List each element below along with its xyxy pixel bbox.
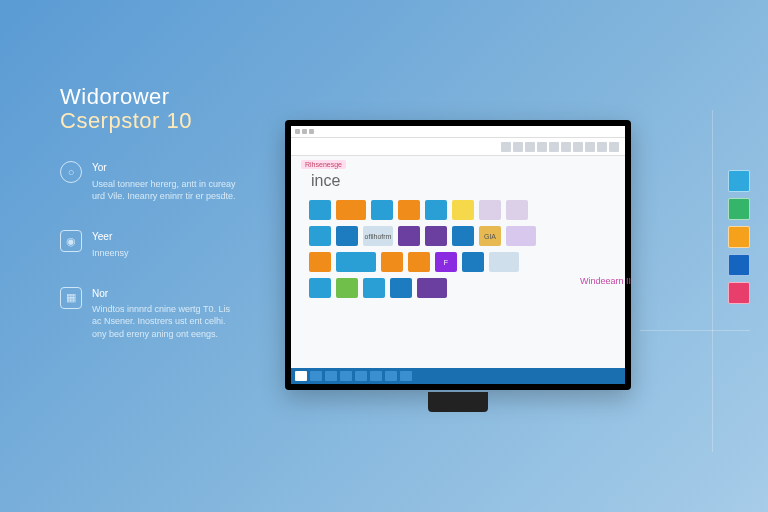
grid-caption: Windeearn II xyxy=(580,276,631,286)
feature-text: Useal tonneer hererg, antt in cureay urd… xyxy=(92,178,240,202)
feature-title: Yeer xyxy=(92,230,129,244)
guide-line xyxy=(712,110,713,452)
app-tile[interactable] xyxy=(452,200,474,220)
address-chip[interactable]: Rihsenesge xyxy=(301,160,346,169)
taskbar-item[interactable] xyxy=(325,371,337,381)
ribbon-button[interactable] xyxy=(597,142,607,152)
tile-row xyxy=(309,278,607,298)
guide-line xyxy=(640,330,750,331)
brand-line2: Cserpstor 10 xyxy=(60,109,240,133)
ribbon-button[interactable] xyxy=(585,142,595,152)
app-tile[interactable]: GIA xyxy=(479,226,501,246)
app-tile[interactable] xyxy=(408,252,430,272)
taskbar-item[interactable] xyxy=(370,371,382,381)
camera-icon: ◉ xyxy=(60,230,82,252)
app-tile[interactable] xyxy=(489,252,519,272)
taskbar-item[interactable] xyxy=(385,371,397,381)
toolbar-ribbon xyxy=(291,138,625,156)
app-tile[interactable] xyxy=(336,226,358,246)
palette-swatch[interactable] xyxy=(728,226,750,248)
palette-swatch[interactable] xyxy=(728,170,750,192)
feature-text: Windtos innnrd cnine wertg T0. Lis ac Ns… xyxy=(92,303,240,339)
window-titlebar[interactable] xyxy=(291,126,625,138)
app-tile[interactable] xyxy=(398,226,420,246)
feature-title: Nor xyxy=(92,287,240,301)
app-tile[interactable] xyxy=(398,200,420,220)
app-tile[interactable]: ofilhofrm xyxy=(363,226,393,246)
titlebar-control-icon[interactable] xyxy=(295,129,300,134)
app-tile[interactable] xyxy=(371,200,393,220)
taskbar-item[interactable] xyxy=(310,371,322,381)
titlebar-control-icon[interactable] xyxy=(302,129,307,134)
palette-swatch[interactable] xyxy=(728,254,750,276)
feature-item: ▦ Nor Windtos innnrd cnine wertg T0. Lis… xyxy=(60,287,240,340)
desktop-screen: Rihsenesge ince ofilhofrmGIAF Windeearn … xyxy=(291,126,625,384)
app-tile[interactable] xyxy=(390,278,412,298)
ribbon-button[interactable] xyxy=(513,142,523,152)
app-tile[interactable] xyxy=(452,226,474,246)
app-tile[interactable] xyxy=(506,226,536,246)
page-title: ince xyxy=(311,172,607,190)
ribbon-button[interactable] xyxy=(573,142,583,152)
app-tile[interactable] xyxy=(417,278,447,298)
app-tile[interactable] xyxy=(309,226,331,246)
ribbon-button[interactable] xyxy=(549,142,559,152)
monitor-frame: Rihsenesge ince ofilhofrmGIAF Windeearn … xyxy=(285,120,631,390)
feature-item: ◉ Yeer Inneensy xyxy=(60,230,240,259)
app-tile[interactable] xyxy=(462,252,484,272)
ribbon-button[interactable] xyxy=(501,142,511,152)
tile-row xyxy=(309,200,607,220)
app-tile[interactable] xyxy=(336,252,376,272)
palette-swatch[interactable] xyxy=(728,198,750,220)
taskbar-item[interactable] xyxy=(400,371,412,381)
app-tile[interactable] xyxy=(336,278,358,298)
ribbon-button[interactable] xyxy=(537,142,547,152)
brand-line1: Widorower xyxy=(60,85,240,109)
app-tile[interactable] xyxy=(479,200,501,220)
app-tile[interactable]: F xyxy=(435,252,457,272)
palette-swatch[interactable] xyxy=(728,282,750,304)
circle-icon: ○ xyxy=(60,161,82,183)
start-button[interactable] xyxy=(295,371,307,381)
app-tile[interactable] xyxy=(336,200,366,220)
ribbon-button[interactable] xyxy=(609,142,619,152)
app-tile[interactable] xyxy=(309,252,331,272)
feature-text: Inneensy xyxy=(92,247,129,259)
taskbar[interactable] xyxy=(291,368,625,384)
app-tile[interactable] xyxy=(309,200,331,220)
titlebar-control-icon[interactable] xyxy=(309,129,314,134)
taskbar-item[interactable] xyxy=(340,371,352,381)
ribbon-button[interactable] xyxy=(561,142,571,152)
feature-title: Yor xyxy=(92,161,240,175)
ribbon-button[interactable] xyxy=(525,142,535,152)
color-palette xyxy=(728,170,750,304)
app-tile[interactable] xyxy=(309,278,331,298)
promo-sidebar: Widorower Cserpstor 10 ○ Yor Useal tonne… xyxy=(60,85,240,340)
app-tile[interactable] xyxy=(425,200,447,220)
app-tile[interactable] xyxy=(425,226,447,246)
app-tile[interactable] xyxy=(363,278,385,298)
tile-row: ofilhofrmGIA xyxy=(309,226,607,246)
feature-item: ○ Yor Useal tonneer hererg, antt in cure… xyxy=(60,161,240,202)
app-tile[interactable] xyxy=(381,252,403,272)
app-tile[interactable] xyxy=(506,200,528,220)
window-icon: ▦ xyxy=(60,287,82,309)
taskbar-item[interactable] xyxy=(355,371,367,381)
app-canvas: Rihsenesge ince ofilhofrmGIAF Windeearn … xyxy=(291,156,625,368)
tile-row: F xyxy=(309,252,607,272)
tile-grid: ofilhofrmGIAF xyxy=(309,200,607,298)
monitor-stand xyxy=(428,392,488,412)
